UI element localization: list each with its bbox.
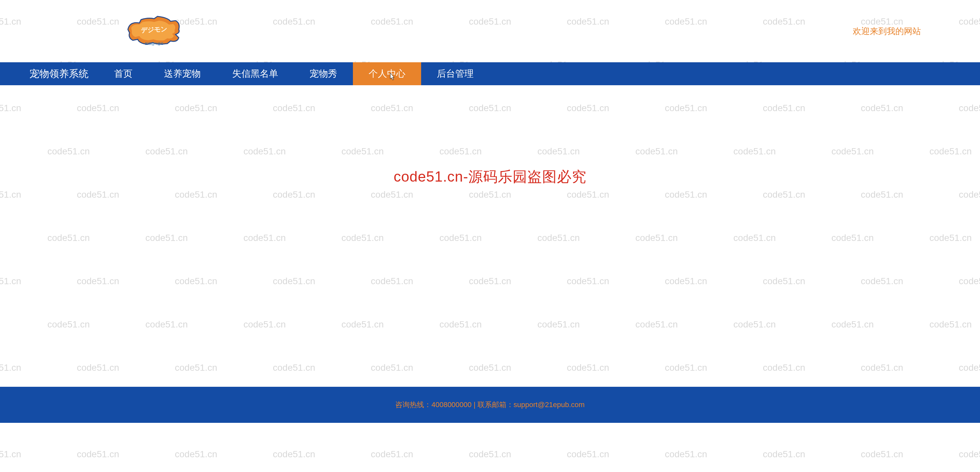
footer-separator: | <box>472 400 477 409</box>
site-logo[interactable]: デジモン BIG@Y@S <box>125 15 184 48</box>
nav-item-adopt[interactable]: 送养宠物 <box>148 62 216 85</box>
page-header: デジモン BIG@Y@S 欢迎来到我的网站 <box>0 0 980 62</box>
main-content <box>0 85 980 387</box>
center-watermark: code51.cn-源码乐园盗图必究 <box>394 167 586 186</box>
welcome-message: 欢迎来到我的网站 <box>853 25 921 37</box>
logo-icon: デジモン BIG@Y@S <box>125 15 184 48</box>
main-nav: 宠物领养系统 首页 送养宠物 失信黑名单 宠物秀 个人中心 后台管理 <box>0 62 980 85</box>
page-footer: 咨询热线：4008000000 | 联系邮箱：support@21epub.co… <box>0 387 980 423</box>
nav-item-admin[interactable]: 后台管理 <box>421 62 489 85</box>
hotline-value: 4008000000 <box>431 400 471 409</box>
svg-text:BIG@Y@S: BIG@Y@S <box>145 41 163 46</box>
footer-contact: 咨询热线：4008000000 | 联系邮箱：support@21epub.co… <box>395 400 584 410</box>
nav-brand[interactable]: 宠物领养系统 <box>26 62 99 85</box>
nav-item-personal[interactable]: 个人中心 <box>353 62 421 85</box>
email-label: 联系邮箱： <box>477 400 514 409</box>
nav-item-petshow[interactable]: 宠物秀 <box>294 62 353 85</box>
email-value: support@21epub.com <box>514 400 585 409</box>
svg-text:デジモン: デジモン <box>141 25 167 34</box>
nav-item-home[interactable]: 首页 <box>99 62 148 85</box>
hotline-label: 咨询热线： <box>395 400 431 409</box>
nav-item-label: 个人中心 <box>369 68 406 80</box>
nav-item-blacklist[interactable]: 失信黑名单 <box>216 62 294 85</box>
